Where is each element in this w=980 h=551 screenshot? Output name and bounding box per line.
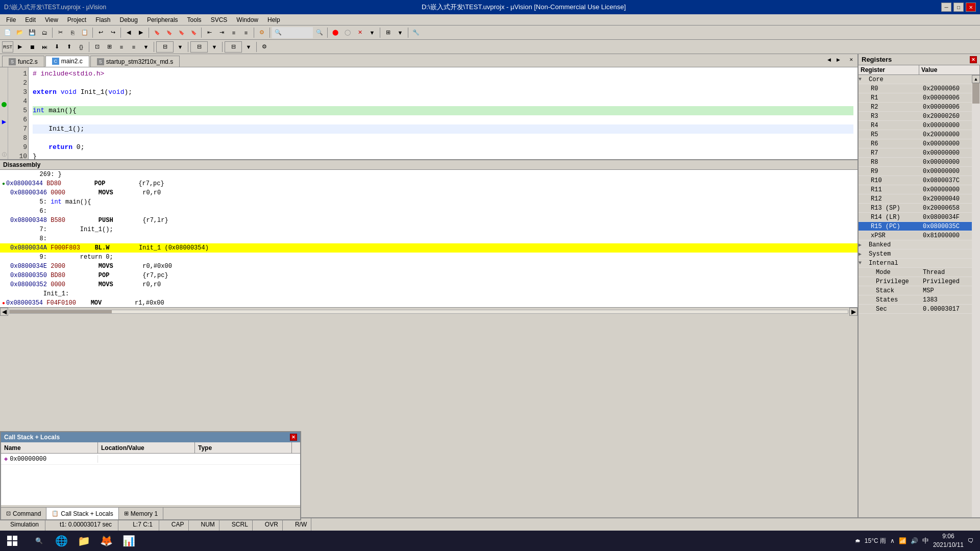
- tb-indent2[interactable]: ⇥: [216, 27, 227, 38]
- taskbar-explorer[interactable]: 📁: [74, 532, 94, 550]
- tb-bookmark2[interactable]: 🔖: [163, 27, 175, 38]
- tb-watch[interactable]: ⊟: [156, 41, 174, 53]
- menu-project[interactable]: Project: [63, 15, 90, 24]
- tb-bookmark1[interactable]: 🔖: [151, 27, 162, 38]
- tb-undo[interactable]: ↩: [95, 27, 106, 38]
- tb-build[interactable]: ⚙: [256, 27, 267, 38]
- tb-stepinto[interactable]: ⬇: [51, 41, 62, 53]
- taskbar-app1[interactable]: 🦊: [96, 532, 116, 550]
- reg-r0[interactable]: R00x20000060: [859, 84, 972, 93]
- tb-search[interactable]: 🔍: [272, 27, 313, 38]
- reg-r14lr[interactable]: R14 (LR)0x0800034F: [859, 213, 972, 222]
- cs-tab-memory[interactable]: ⊞ Memory 1: [119, 508, 163, 519]
- tb-indent1[interactable]: ⇤: [204, 27, 215, 38]
- registers-body[interactable]: ▼ Core R00x20000060 R10x00000006 R20x000…: [859, 75, 972, 551]
- close-button[interactable]: ✕: [966, 3, 976, 12]
- menu-peripherals[interactable]: Peripherals: [143, 15, 182, 24]
- taskbar-ime[interactable]: 中: [922, 536, 929, 545]
- reg-r13sp[interactable]: R13 (SP)0x20000658: [859, 204, 972, 213]
- tb-dropdown2[interactable]: ▼: [395, 27, 406, 38]
- tb-cmd[interactable]: ⊡: [91, 41, 103, 53]
- tb-saveall[interactable]: 🗂: [39, 27, 50, 38]
- menu-svcs[interactable]: SVCS: [207, 15, 232, 24]
- taskbar-notifications[interactable]: 🗨: [968, 537, 974, 544]
- scroll-thumb[interactable]: [10, 310, 112, 313]
- disassembly-content[interactable]: 269: } ● 0x08000344 BD80 POP {r7,pc} 0x0…: [0, 170, 857, 307]
- tb-stepover[interactable]: ⏭: [39, 41, 50, 53]
- tb-open[interactable]: 📂: [14, 27, 26, 38]
- reg-r11[interactable]: R110x00000000: [859, 185, 972, 194]
- tab-prev[interactable]: ◀: [825, 55, 833, 64]
- system-expander[interactable]: ▶: [859, 251, 867, 257]
- tb-bookmark3[interactable]: 🔖: [176, 27, 187, 38]
- editor-code[interactable]: # include<stdio.h> extern void Init_1(vo…: [29, 67, 857, 159]
- tab-main2c[interactable]: C main2.c: [45, 56, 89, 67]
- tb-reg[interactable]: ≡: [128, 41, 139, 53]
- tb-trace[interactable]: ⚙: [259, 41, 270, 53]
- tb-search2[interactable]: 🔍: [314, 27, 325, 38]
- tab-close-all[interactable]: ✕: [847, 55, 855, 64]
- tb-copy[interactable]: ⎘: [67, 27, 78, 38]
- reg-r2[interactable]: R20x00000006: [859, 103, 972, 112]
- reg-stack[interactable]: StackMSP: [859, 286, 972, 295]
- taskbar-browser[interactable]: 🌐: [51, 532, 71, 550]
- tb-circle[interactable]: ◯: [342, 27, 353, 38]
- tb-disasm[interactable]: ⊞: [104, 41, 115, 53]
- taskbar-clock[interactable]: 9:06 2021/10/11: [933, 532, 964, 549]
- start-button[interactable]: [0, 531, 24, 551]
- internal-expander[interactable]: ▼: [859, 260, 867, 266]
- reg-r7[interactable]: R70x00000000: [859, 148, 972, 158]
- reg-r6[interactable]: R60x00000000: [859, 139, 972, 148]
- scroll-right-btn[interactable]: ▶: [849, 308, 857, 316]
- taskbar-chevron-up[interactable]: ∧: [890, 537, 895, 544]
- reg-r4[interactable]: R40x00000000: [859, 121, 972, 130]
- reg-scroll-thumb[interactable]: [972, 83, 979, 104]
- taskbar-volume[interactable]: 🔊: [911, 537, 918, 544]
- tb-new[interactable]: 📄: [2, 27, 13, 38]
- tb-redo[interactable]: ↪: [107, 27, 118, 38]
- reg-r12[interactable]: R120x20000040: [859, 194, 972, 204]
- tb-config[interactable]: 🔧: [410, 27, 422, 38]
- tb-dropdown3[interactable]: ▼: [140, 41, 152, 53]
- reg-r1[interactable]: R10x00000006: [859, 93, 972, 103]
- tb-dropdown6[interactable]: ▼: [243, 41, 254, 53]
- reg-r8[interactable]: R80x00000000: [859, 158, 972, 167]
- tb-stop[interactable]: ⬤: [330, 27, 341, 38]
- tb-cross[interactable]: ✕: [354, 27, 365, 38]
- callstack-row-1[interactable]: ◆ 0x00000000: [1, 454, 300, 465]
- menu-view[interactable]: View: [41, 15, 62, 24]
- tb-dropdown1[interactable]: ▼: [366, 27, 378, 38]
- menu-window[interactable]: Window: [232, 15, 262, 24]
- cs-tab-callstack[interactable]: 📋 Call Stack + Locals: [46, 508, 118, 519]
- callstack-close-button[interactable]: ✕: [290, 434, 297, 441]
- reg-r9[interactable]: R90x00000000: [859, 167, 972, 176]
- menu-tools[interactable]: Tools: [183, 15, 206, 24]
- tb-win1[interactable]: ⊞: [382, 27, 394, 38]
- taskbar-app2[interactable]: 📊: [118, 532, 139, 550]
- tb-forward[interactable]: ▶: [135, 27, 146, 38]
- tb-runto[interactable]: {}: [76, 41, 87, 53]
- scroll-left-btn[interactable]: ◀: [0, 308, 8, 316]
- reg-mode[interactable]: ModeThread: [859, 268, 972, 277]
- scroll-track[interactable]: [9, 310, 848, 314]
- tb-run[interactable]: ▶: [14, 41, 26, 53]
- minimize-button[interactable]: ─: [941, 3, 951, 12]
- tb-rst[interactable]: RST: [2, 41, 13, 53]
- reg-scroll-up[interactable]: ▲: [972, 75, 980, 83]
- registers-close-button[interactable]: ✕: [970, 56, 977, 63]
- menu-flash[interactable]: Flash: [91, 15, 114, 24]
- tab-startup[interactable]: S startup_stm32f10x_md.s: [90, 56, 180, 67]
- reg-sec[interactable]: Sec0.00003017: [859, 305, 972, 314]
- reg-scrollbar[interactable]: ▲ ▼: [972, 75, 980, 551]
- tb-stop2[interactable]: ⏹: [27, 41, 38, 53]
- maximize-button[interactable]: □: [953, 3, 964, 12]
- tb-save[interactable]: 💾: [27, 27, 38, 38]
- menu-debug[interactable]: Debug: [116, 15, 142, 24]
- tb-mem[interactable]: ⊟: [190, 41, 208, 53]
- tb-stepout[interactable]: ⬆: [63, 41, 75, 53]
- tab-next[interactable]: ▶: [834, 55, 842, 64]
- reg-r3[interactable]: R30x20000260: [859, 112, 972, 121]
- tb-dropdown5[interactable]: ▼: [209, 41, 220, 53]
- reg-scroll-track[interactable]: [972, 83, 980, 543]
- reg-r10[interactable]: R100x0800037C: [859, 176, 972, 185]
